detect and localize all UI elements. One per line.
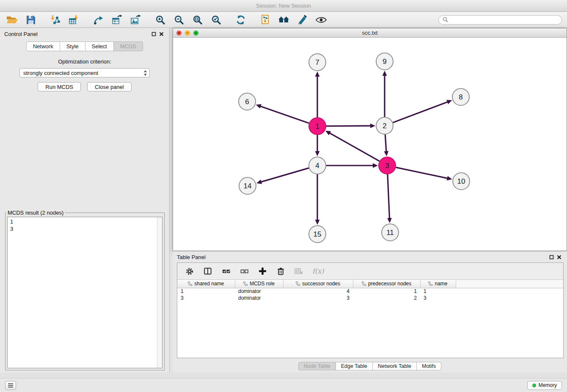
result-scrollbar[interactable] bbox=[157, 217, 162, 368]
cell-predecessor-nodes[interactable]: 1 bbox=[353, 288, 420, 295]
memory-button[interactable]: Memory bbox=[527, 381, 562, 390]
node-1[interactable]: 1 bbox=[309, 118, 326, 135]
column-header-shared-name[interactable]: shared name bbox=[177, 280, 235, 288]
cell-successor-nodes[interactable]: 3 bbox=[283, 295, 353, 301]
close-table-panel-button[interactable] bbox=[555, 253, 563, 261]
node-4[interactable]: 4 bbox=[309, 157, 326, 174]
tab-mcds[interactable]: MCDS bbox=[114, 41, 143, 51]
zoom-selected-button[interactable] bbox=[209, 14, 223, 26]
network-graph[interactable]: 7968124314101511 bbox=[173, 38, 567, 251]
node-6[interactable]: 6 bbox=[239, 93, 256, 110]
tab-select[interactable]: Select bbox=[85, 41, 114, 51]
import-table-button[interactable] bbox=[67, 14, 81, 26]
edge-4-14[interactable] bbox=[256, 168, 309, 184]
table-row[interactable]: 1dominator411 bbox=[177, 288, 563, 295]
maximize-window-button[interactable] bbox=[193, 30, 198, 36]
cell-name[interactable]: 3 bbox=[420, 295, 456, 301]
first-neighbors-button[interactable] bbox=[277, 14, 291, 26]
float-panel-button[interactable] bbox=[150, 30, 157, 38]
node-14[interactable]: 14 bbox=[239, 177, 256, 194]
node-7[interactable]: 7 bbox=[309, 54, 326, 71]
edge-1-7[interactable] bbox=[315, 72, 320, 117]
node-8[interactable]: 8 bbox=[452, 88, 469, 105]
edge-2-9[interactable] bbox=[383, 71, 387, 117]
show-columns-button[interactable] bbox=[203, 266, 212, 276]
edge-3-11[interactable] bbox=[387, 174, 392, 223]
node-3[interactable]: 3 bbox=[379, 157, 396, 174]
node-11[interactable]: 11 bbox=[382, 224, 399, 241]
select-all-button[interactable] bbox=[221, 266, 231, 276]
edge-4-15[interactable] bbox=[315, 174, 320, 225]
table-settings-button[interactable] bbox=[185, 266, 194, 276]
zoom-fit-button[interactable] bbox=[190, 14, 205, 26]
open-session-button[interactable] bbox=[5, 14, 19, 26]
tab-network[interactable]: Network bbox=[26, 41, 60, 51]
cell-mcds-role[interactable]: dominator bbox=[235, 288, 283, 295]
import-network-button[interactable] bbox=[48, 14, 63, 26]
import-network-icon bbox=[50, 14, 61, 25]
cell-shared-name[interactable]: 3 bbox=[177, 295, 235, 301]
result-item[interactable]: 1 bbox=[10, 218, 160, 225]
node-2[interactable]: 2 bbox=[376, 117, 393, 134]
edge-3-1[interactable] bbox=[325, 131, 380, 161]
search-input[interactable] bbox=[450, 17, 558, 23]
zoom-selected-icon bbox=[211, 15, 221, 25]
export-image-icon bbox=[130, 14, 141, 25]
cell-name[interactable]: 1 bbox=[420, 288, 456, 295]
node-10[interactable]: 10 bbox=[453, 173, 470, 190]
edge-1-4[interactable] bbox=[315, 135, 320, 156]
minimize-window-button[interactable] bbox=[185, 30, 190, 36]
zoom-out-button[interactable] bbox=[172, 14, 186, 26]
close-window-button[interactable] bbox=[176, 30, 182, 36]
result-item[interactable]: 3 bbox=[10, 225, 160, 232]
column-header-predecessor-nodes[interactable]: predecessor nodes bbox=[353, 280, 420, 288]
delete-column-button[interactable] bbox=[276, 266, 285, 276]
edge-1-6[interactable] bbox=[256, 104, 309, 123]
tab-motifs[interactable]: Motifs bbox=[417, 362, 441, 370]
column-header-mcds-role[interactable]: MCDS role bbox=[235, 280, 283, 288]
cell-mcds-role[interactable]: dominator bbox=[235, 295, 283, 301]
tab-network-table[interactable]: Network Table bbox=[373, 362, 417, 370]
table-row[interactable]: 3dominator323 bbox=[177, 295, 563, 301]
table-panel-title: Table Panel bbox=[177, 254, 206, 260]
show-hide-button[interactable] bbox=[314, 14, 328, 26]
tab-edge-table[interactable]: Edge Table bbox=[336, 362, 373, 370]
edge-1-2[interactable] bbox=[326, 124, 375, 128]
export-image-button[interactable] bbox=[129, 14, 143, 26]
refresh-button[interactable] bbox=[234, 14, 248, 26]
node-9[interactable]: 9 bbox=[376, 53, 393, 70]
optimization-criterion-select[interactable]: strongly connected component bbox=[19, 68, 150, 77]
cell-filler bbox=[456, 295, 563, 301]
cell-shared-name[interactable]: 1 bbox=[177, 288, 235, 295]
close-control-panel-button[interactable] bbox=[157, 30, 165, 38]
cell-predecessor-nodes[interactable]: 2 bbox=[353, 295, 420, 301]
delete-table-button[interactable] bbox=[294, 266, 303, 276]
column-header-successor-nodes[interactable]: successor nodes bbox=[283, 280, 353, 288]
function-builder-button[interactable]: f(x) bbox=[312, 266, 324, 276]
save-session-button[interactable] bbox=[24, 14, 38, 26]
edge-2-8[interactable] bbox=[393, 100, 452, 123]
mcds-result-list[interactable]: 13 bbox=[7, 217, 162, 368]
network-window: scc.txt 7968124314101511 bbox=[173, 28, 567, 251]
deselect-all-button[interactable] bbox=[239, 266, 249, 276]
duplicate-network-button[interactable] bbox=[258, 14, 272, 26]
edge-2-3[interactable] bbox=[384, 135, 388, 156]
node-15[interactable]: 15 bbox=[309, 226, 326, 243]
apply-style-button[interactable] bbox=[295, 14, 310, 26]
search-box[interactable] bbox=[438, 15, 562, 25]
cell-successor-nodes[interactable]: 4 bbox=[283, 288, 353, 295]
export-network-button[interactable] bbox=[91, 14, 106, 26]
float-table-panel-button[interactable] bbox=[548, 253, 555, 261]
edge-3-10[interactable] bbox=[396, 167, 452, 180]
add-column-button[interactable] bbox=[258, 266, 267, 276]
close-panel-button[interactable]: Close panel bbox=[87, 82, 132, 91]
tab-node-table[interactable]: Node Table bbox=[298, 362, 336, 370]
network-canvas[interactable]: 7968124314101511 bbox=[173, 38, 567, 251]
task-history-button[interactable] bbox=[5, 381, 16, 390]
run-mcds-button[interactable]: Run MCDS bbox=[38, 82, 81, 91]
zoom-in-button[interactable] bbox=[153, 14, 168, 26]
export-table-button[interactable] bbox=[110, 14, 124, 26]
column-header-name[interactable]: name bbox=[420, 280, 456, 288]
tab-style[interactable]: Style bbox=[60, 41, 85, 51]
edge-4-3[interactable] bbox=[326, 163, 378, 168]
